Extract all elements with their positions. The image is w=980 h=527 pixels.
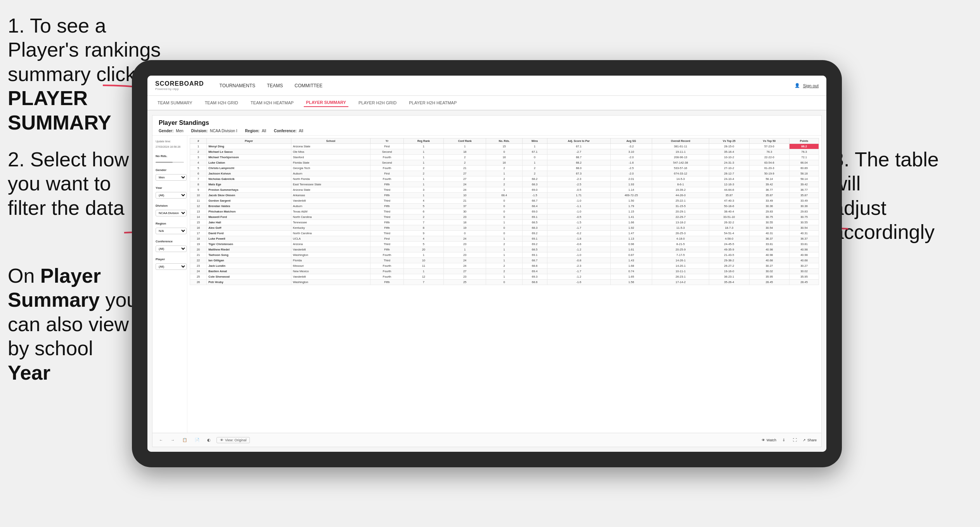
col-reg-rank: Reg Rank	[403, 138, 443, 144]
table-cell: -0.6	[547, 242, 610, 247]
table-cell: 21-43-5	[709, 252, 750, 258]
table-cell: Cole Sherwood	[207, 274, 291, 280]
table-head: # Player School Yr Reg Rank Conf Rank No…	[190, 138, 819, 144]
table-cell: 16	[486, 160, 522, 166]
table-cell: 30.27	[749, 263, 790, 269]
nav-committee[interactable]: COMMITTEE	[294, 81, 322, 90]
table-cell: North Carolina	[291, 231, 370, 236]
standings-tbody: 1Wenyi DingArizona StateFirst1115167.1-3…	[190, 144, 819, 285]
sidebar-division-select[interactable]: NCAA Division I	[156, 210, 187, 216]
table-row: 16Alex GoffKentuckyFifth819068.3-1.71.92…	[190, 225, 819, 231]
share-label: Share	[807, 438, 817, 442]
table-cell: 19-16-0	[709, 269, 750, 274]
toolbar-watch[interactable]: 👁 Watch	[762, 438, 776, 442]
col-vs50: Vs Top 50	[749, 138, 790, 144]
sidebar-player-select[interactable]: (All)	[156, 263, 187, 270]
content-header: Player Standings Gender: Men Division: N…	[152, 116, 821, 136]
table-cell: 60.89	[790, 166, 819, 171]
table-row: 25Cole SherwoodVanderbiltFourth1223169.3…	[190, 274, 819, 280]
table-cell: 68.7	[522, 258, 547, 263]
table-cell: 30.75	[749, 214, 790, 220]
table-cell: 19-39-2	[652, 187, 709, 193]
table-cell: 1	[403, 269, 443, 274]
table-cell: Florida	[291, 258, 370, 263]
table-cell: 40.98	[790, 247, 819, 252]
sub-nav-player-h2h-grid[interactable]: PLAYER H2H GRID	[356, 99, 399, 107]
table-cell: 29.83	[790, 209, 819, 214]
table-cell: 8-21-5	[652, 242, 709, 247]
col-overall: Overall Record	[652, 138, 709, 144]
step-bottom-bold1: PlayerSummary	[8, 264, 101, 311]
sidebar-region-select[interactable]: N/A	[156, 228, 187, 234]
table-cell: 1	[486, 247, 522, 252]
nav-tournaments[interactable]: TOURNAMENTS	[220, 81, 255, 90]
table-cell: Bastien Amat	[207, 269, 291, 274]
toolbar-redo[interactable]: →	[169, 437, 177, 443]
table-cell: 1	[403, 155, 443, 160]
table-cell: 1.79	[610, 204, 652, 209]
sign-out-link[interactable]: Sign out	[803, 83, 819, 88]
toolbar-share[interactable]: ↗ Share	[803, 438, 817, 442]
table-cell: 1	[486, 187, 522, 193]
sidebar-conference-select[interactable]: (All)	[156, 245, 187, 252]
filter-gender-value: Men	[176, 129, 183, 133]
slider-bar[interactable]	[156, 162, 184, 163]
table-cell: 76.3	[790, 149, 819, 155]
standings-table: # Player School Yr Reg Rank Conf Rank No…	[190, 138, 819, 285]
logo-sub: Powered by clipp	[155, 87, 179, 91]
table-cell: -2.3	[547, 176, 610, 182]
table-cell: 21	[443, 198, 486, 204]
step2-line3: filter the data	[8, 197, 125, 219]
sub-nav-team-h2h-heatmap[interactable]: TEAM H2H HEATMAP	[248, 99, 296, 107]
table-cell: 1.93	[610, 182, 652, 187]
table-cell: 674-33-12	[652, 171, 709, 176]
table-cell: 61-20-3	[749, 166, 790, 171]
step3-line1: 3. The table will	[833, 148, 939, 195]
table-cell: 30.54	[790, 225, 819, 231]
table-cell: 21	[190, 252, 207, 258]
table-cell: 24	[190, 269, 207, 274]
table-row: 2Michael Le SassoOle MissSecond118067.1-…	[190, 149, 819, 155]
table-cell: 36.77	[749, 187, 790, 193]
table-cell: 1	[486, 274, 522, 280]
sidebar-year-select[interactable]: (All)	[156, 192, 187, 199]
table-cell: Gordon Sargent	[207, 198, 291, 204]
sub-nav-player-h2h-heatmap[interactable]: PLAYER H2H HEATMAP	[407, 99, 459, 107]
table-cell: 9	[403, 231, 443, 236]
sidebar-update-time: 27/03/2024 16:56:26	[156, 145, 184, 149]
toolbar-paste[interactable]: 📄	[193, 437, 201, 443]
sidebar-gender-select[interactable]: Men	[156, 174, 187, 181]
table-cell: 8	[190, 182, 207, 187]
table-cell: 1.41	[610, 214, 652, 220]
toolbar-clock[interactable]: ◐	[205, 437, 213, 443]
table-cell: 8-6-1	[652, 182, 709, 187]
sub-nav-player-summary[interactable]: PLAYER SUMMARY	[304, 98, 348, 107]
table-cell: 1.14	[610, 187, 652, 193]
table-cell: 40.98	[790, 252, 819, 258]
toolbar-copy[interactable]: 📋	[180, 437, 189, 443]
sidebar-gender-label: Gender	[156, 168, 184, 172]
filter-gender: Gender: Men	[159, 129, 184, 133]
table-cell: 36.37	[749, 236, 790, 242]
table-row: 17David FordNorth CarolinaThird90069.2-0…	[190, 231, 819, 236]
table-area: # Player School Yr Reg Rank Conf Rank No…	[187, 136, 821, 433]
table-cell: David Ford	[207, 231, 291, 236]
table-row: 7Nicholas GabrelcikNorth FloridaFourth12…	[190, 176, 819, 182]
toolbar-fullscreen[interactable]: ⛶	[791, 437, 799, 443]
content-inner: Player Standings Gender: Men Division: N…	[152, 115, 822, 447]
table-cell: 17-14-2	[652, 280, 709, 285]
table-cell: Jacob Skov Olesen	[207, 193, 291, 198]
toolbar-view-original[interactable]: 👁 View: Original	[216, 437, 250, 443]
table-cell: 11-5-3	[652, 225, 709, 231]
col-conf-rank: Conf Rank	[443, 138, 486, 144]
step2-line2: you want to	[8, 172, 111, 195]
sub-nav-team-h2h-grid[interactable]: TEAM H2H GRID	[203, 99, 241, 107]
toolbar-download[interactable]: ⇓	[780, 437, 787, 443]
table-cell: 68.4	[486, 193, 522, 198]
sub-nav-team-summary[interactable]: TEAM SUMMARY	[155, 99, 195, 107]
nav-teams[interactable]: TEAMS	[267, 81, 283, 90]
nav-items: TOURNAMENTS TEAMS COMMITTEE	[220, 81, 783, 90]
table-cell: 33.49	[790, 198, 819, 204]
toolbar-undo[interactable]: ←	[157, 437, 165, 443]
table-cell: 2	[190, 149, 207, 155]
